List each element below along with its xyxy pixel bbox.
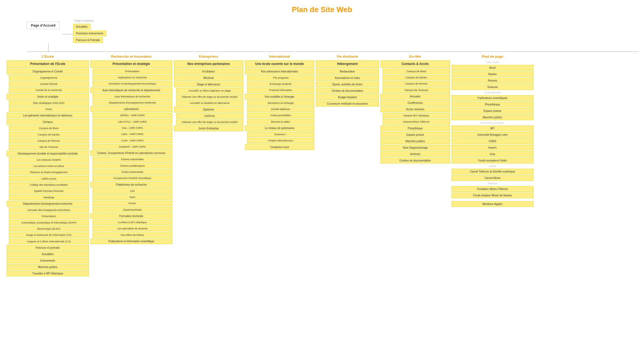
evenements[interactable]: Evènements	[7, 258, 89, 263]
contactez-nous[interactable]: Contactez-nous	[245, 144, 314, 150]
chaires-industrielles[interactable]: Chaires industrielles	[93, 157, 173, 162]
groupement-interet[interactable]: Groupement d'Intérêt Scientifique	[93, 175, 173, 181]
implications-recherche[interactable]: Implications en recherche	[93, 75, 173, 80]
vision-strategie[interactable]: Vision et stratégie	[7, 94, 89, 100]
fonds-dotation[interactable]: Fonds dotation Mines de Nantes	[452, 193, 534, 198]
offres-theses[interactable]: Nos offres de thèses	[93, 232, 173, 238]
annuaire-et[interactable]: Annuaire	[380, 94, 450, 99]
reseau-partenaires[interactable]: Le réseau de partenaires	[245, 125, 314, 131]
nantes[interactable]: Nantes	[452, 71, 534, 77]
college-transitions[interactable]: Collège des transitions sociétales	[9, 182, 89, 188]
entreprises-header[interactable]: Nos entreprises partenaires	[174, 60, 243, 68]
intranet-mines[interactable]: Intranet Mines Télécom	[383, 119, 450, 124]
phototheque-pp[interactable]: Photothèque	[452, 102, 534, 107]
parcours-portraits[interactable]: Parcours et portraits	[7, 245, 89, 251]
intranet-imt[interactable]: Intranet IMT Atlantique	[383, 113, 450, 118]
espace-presse-pp[interactable]: Espace presse	[452, 108, 534, 114]
imt[interactable]: IMT	[452, 126, 534, 131]
campus-nantes-et[interactable]: Campus de Nantes	[383, 75, 450, 80]
the-programs[interactable]: The programs	[247, 75, 314, 80]
mobilites-etranger[interactable]: Vos mobilités à l'étranger	[245, 94, 314, 100]
hebergement[interactable]: Hébergement	[316, 60, 379, 68]
contacts-acces[interactable]: Contacts & Accès	[380, 60, 450, 68]
carnet-mines[interactable]: Carnet Mines	[452, 175, 534, 181]
mecenat-ent[interactable]: Mécénat	[174, 75, 243, 81]
double-diplomes[interactable]: Double diplômes	[247, 107, 314, 112]
campus[interactable]: Campus	[7, 119, 89, 125]
marches-publics-et[interactable]: Marchés publics	[380, 138, 450, 144]
integrated-actualites[interactable]: Actualités	[73, 24, 90, 30]
brest[interactable]: Brest	[452, 65, 534, 71]
autres-possibilites[interactable]: Autres possibilités	[247, 113, 314, 118]
conferences[interactable]: Conférences	[380, 100, 450, 106]
practical-info[interactable]: Practical information	[247, 87, 314, 93]
site-toulouse[interactable]: Site de Toulouse	[9, 144, 89, 150]
handicap[interactable]: Handicap	[9, 195, 89, 200]
carnot-telecom[interactable]: Carnot Télécom et Société numérique	[452, 169, 534, 174]
publications-info[interactable]: Publications et Information scientifique	[90, 238, 173, 244]
lab-sticc[interactable]: Lab-STICC - UMR CNRS	[93, 119, 173, 124]
erasmus[interactable]: Erasmus +	[247, 132, 314, 137]
presentation-dept[interactable]: Présentation	[9, 214, 89, 219]
integrated-evenements[interactable]: Prochains événements	[73, 31, 106, 36]
ls2n[interactable]: LS2N - UMR CNRS	[93, 138, 173, 143]
fondation-mines-telecom[interactable]: Fondation Mines-Télécom	[452, 186, 534, 192]
experimenthaal[interactable]: ExperimentHaal	[93, 207, 173, 212]
egalite-femmes[interactable]: Egalité Femmes-Hommes	[9, 188, 89, 194]
deposer-offre-emploi[interactable]: Déposer une offre de stage ou de premier…	[176, 119, 243, 125]
mentions-legales[interactable]: Mentions légales	[452, 201, 534, 207]
presentation-rech[interactable]: Présentation	[93, 69, 173, 74]
centres-doc-et[interactable]: Centres de documentation	[380, 158, 450, 163]
budget-etudiant[interactable]: Budget étudiant	[316, 94, 379, 100]
tasm[interactable]: Tasm	[93, 194, 173, 200]
incubateur[interactable]: Incubateur	[174, 69, 243, 74]
prever[interactable]: Prever	[93, 201, 173, 206]
campus-brest[interactable]: Campus de Brest	[9, 126, 89, 131]
travailler-imt[interactable]: Travailler à IMT Atlantique	[7, 271, 89, 276]
campus-rennes-et[interactable]: Campus de Rennes	[383, 81, 450, 86]
developpement-durable[interactable]: Développement durable et responsabilité …	[7, 151, 89, 156]
centres-doc-vie[interactable]: Centres de documentation	[316, 88, 379, 94]
lecole-header[interactable]: Présentation de l'Ecole	[7, 60, 89, 68]
sports-loisirs[interactable]: Sports, activités de loisirs	[316, 82, 379, 87]
elec[interactable]: Electronique (ELEC)	[9, 226, 89, 232]
phototheque[interactable]: Photothèque	[380, 126, 450, 131]
subatech[interactable]: Subatech - UMR CNRS	[93, 144, 173, 149]
couverture-medicale[interactable]: Couverture médicale et assurance	[316, 101, 379, 107]
international-header[interactable]: Une école ouverte sur le monde	[245, 60, 314, 68]
taxe-apprentissage[interactable]: Taxe d'apprentissage	[380, 145, 450, 151]
chaires-academiques[interactable]: Chaires académiques	[93, 163, 173, 168]
cnrs[interactable]: CNRS	[452, 138, 534, 144]
labels-prix[interactable]: Labels et prix	[9, 176, 89, 181]
inserm[interactable]: Inserm	[452, 145, 534, 151]
accueillir-alternance[interactable]: Accueillir un étudiant en alternance	[176, 100, 243, 106]
axes-recherche[interactable]: Axes thématiques de recherche	[93, 94, 173, 99]
deposer-offre-stage[interactable]: Déposer une offre de stage ou de premier…	[176, 94, 243, 100]
iti[interactable]: Image et traitement de l'information (IT…	[9, 232, 89, 238]
accueillir-eleve[interactable]: Accueillir un élève ingénieur en stage	[176, 88, 243, 93]
latim[interactable]: Latim - UMR CNRS	[93, 131, 173, 137]
publications-sci[interactable]: Publications scientifiques	[452, 95, 534, 101]
projets-intl[interactable]: Projets internationaux	[247, 138, 314, 143]
vision[interactable]: Vision	[9, 107, 89, 112]
reseaux-charte[interactable]: Réseaux et charte d'engagement	[9, 170, 89, 175]
innovation-dev[interactable]: Innovation et développement économique	[93, 81, 173, 86]
campus-brest-et[interactable]: Campus de Brest	[383, 69, 450, 74]
bourses-aides[interactable]: Bourses et aides	[247, 119, 314, 124]
archives[interactable]: Archives	[380, 151, 450, 157]
toulouse[interactable]: Toulouse	[452, 84, 534, 90]
dapi[interactable]: Automatique, productique et informatique…	[9, 220, 89, 225]
stage-alternance[interactable]: Stage et alternance	[174, 82, 243, 87]
marches-publics-pp[interactable]: Marchés publics	[452, 115, 534, 120]
missions-ddrs[interactable]: Les missions DD&RS	[9, 157, 89, 163]
fonds-europeens[interactable]: Fonds européens Feder	[452, 158, 534, 163]
univ-bretagne[interactable]: Université Bretagne Loire	[452, 132, 534, 138]
actions-mises[interactable]: Les actions mises en place	[9, 163, 89, 169]
laboratoires[interactable]: Laboratoires	[90, 106, 173, 112]
junior-entreprise[interactable]: Junior-Entreprise	[174, 126, 243, 131]
rennes[interactable]: Rennes	[452, 78, 534, 83]
campus-nantes[interactable]: Campus de Nantes	[9, 132, 89, 137]
annuaire-enseignants[interactable]: Annuaire des enseignants-chercheurs	[9, 207, 89, 213]
admissions-intl[interactable]: Nos admissions internationales	[245, 69, 314, 74]
these-imt[interactable]: La thèse à IMT Atlantique	[93, 220, 173, 225]
